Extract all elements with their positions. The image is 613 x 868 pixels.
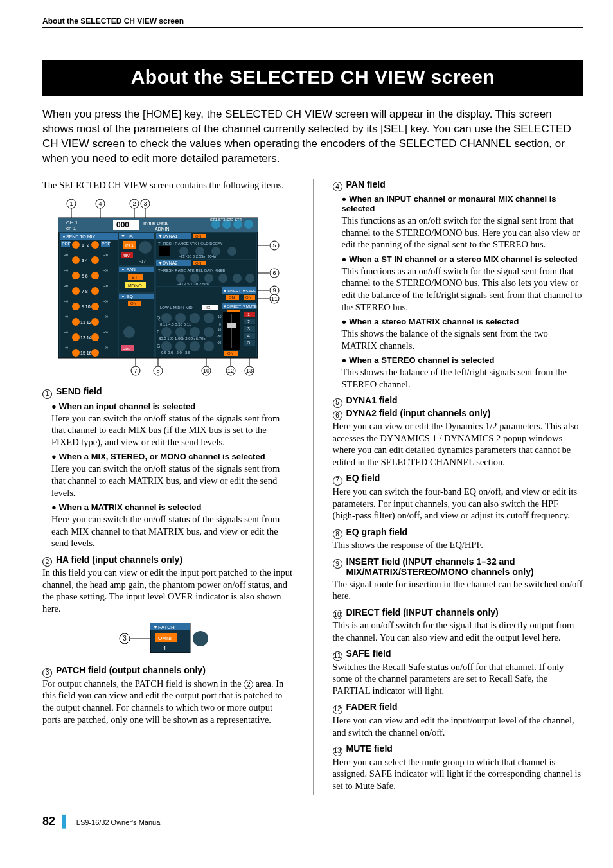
svg-text:MONO: MONO [128,283,142,288]
svg-text:-∞: -∞ [103,299,108,303]
callout-12: 12 [333,705,342,714]
svg-text:-50: -50 [217,341,221,344]
svg-text:ON: ON [130,301,136,305]
svg-text:-∞: -∞ [64,345,68,350]
svg-point-134 [161,313,172,323]
send-b2-text: Here you can switch the on/off status of… [51,463,294,499]
svg-text:Q: Q [157,315,161,321]
patch-text: For output channels, the PATCH field is … [42,678,294,725]
pan-b1-label: ●When an INPUT channel or monaural MIX c… [342,194,584,213]
intro-paragraph: When you press the [HOME] key, the SELEC… [42,107,583,166]
svg-text:80.0  190 1.00k 2.00k 6.70k: 80.0 190 1.00k 2.00k 6.70k [159,337,206,341]
page-number: 82 [42,815,55,828]
svg-text:-40  2.5:1  30 229m: -40 2.5:1 30 229m [177,282,209,286]
svg-text:▼DYNA2: ▼DYNA2 [158,261,177,265]
dyna2-text: Here you can view or edit the Dynamics 1… [333,420,584,468]
callout-5: 5 [333,398,342,408]
eq-text: Here you can switch the four-band EQ on/… [333,486,584,522]
svg-text:-30: -30 [217,334,221,338]
svg-point-113 [176,274,185,283]
svg-text:3: 3 [144,200,147,207]
svg-text:1: 1 [70,200,73,207]
svg-text:▼DIRECT ▼MUTE: ▼DIRECT ▼MUTE [223,305,257,308]
svg-text:THRESH RANGE ATK HOLD DECAY: THRESH RANGE ATK HOLD DECAY [158,242,222,245]
dyna1-field-head: 5 DYNA1 field [333,395,584,407]
svg-point-53 [91,272,99,279]
svg-point-61 [91,333,99,341]
screen-figure: 1 4 2 3 CH 1 ch 1 000 Initia [42,197,294,377]
svg-point-54 [72,287,80,295]
svg-text:-∞: -∞ [64,299,68,303]
svg-text:ON: ON [245,296,251,299]
callout-7: 7 [333,476,342,486]
svg-text:3: 3 [247,326,250,331]
svg-text:Initial Data: Initial Data [143,220,168,226]
patch-field-label: PATCH field (output channels only) [56,665,206,675]
svg-text:▼SEND   TO MIX: ▼SEND TO MIX [62,235,96,239]
eqgraph-field-head: 8 EQ graph field [333,527,584,538]
svg-point-51 [91,256,99,264]
svg-text:6: 6 [273,270,276,276]
pan-field-head: 4 PAN field [333,179,584,191]
eqgraph-field-label: EQ graph field [346,527,408,537]
svg-point-143 [175,341,186,351]
svg-text:-∞: -∞ [103,268,108,272]
callout-3: 3 [42,668,52,678]
svg-text:THRESH RATIO ATK  REL  GAIN KN: THRESH RATIO ATK REL GAIN KNEE [158,269,225,272]
svg-text:9: 9 [273,287,276,294]
insert-text: The signal route for insertion in the ch… [333,578,584,602]
svg-text:000: 000 [116,220,129,229]
svg-text:ch 1: ch 1 [66,226,76,231]
direct-field-head: 10 DIRECT field (INPUT channels only) [333,607,584,619]
svg-text:11  12: 11 12 [80,320,92,324]
svg-text:9  10: 9 10 [82,305,91,309]
svg-text:IN 1: IN 1 [125,243,134,247]
svg-point-59 [91,318,99,326]
direct-field-label: DIRECT field (INPUT channels only) [346,607,499,617]
column-divider [313,179,314,795]
svg-text:-∞: -∞ [103,314,108,319]
page-title: About the SELECTED CH VIEW screen [42,60,583,96]
svg-point-33 [91,241,99,249]
svg-text:▼ EQ: ▼ EQ [121,294,134,299]
svg-point-115 [204,274,213,283]
svg-text:3   4: 3 4 [82,258,88,263]
svg-point-141 [204,327,214,337]
svg-text:10: 10 [218,315,222,319]
svg-text:3: 3 [123,635,127,642]
svg-text:7   8: 7 8 [82,289,88,294]
svg-text:G: G [157,344,160,348]
svg-text:-17: -17 [139,259,146,263]
manual-title: LS9-16/32 Owner's Manual [76,819,162,826]
svg-point-114 [190,274,199,283]
patch-field-head: 3 PATCH field (output channels only) [42,665,294,677]
svg-text:-23   -56    0  2.33m 304m: -23 -56 0 2.33m 304m [179,254,217,258]
svg-text:1: 1 [247,312,250,317]
callout-10: 10 [333,610,342,619]
pan-b2-label: ●When a ST IN channel or a stereo MIX ch… [342,254,584,264]
svg-point-209 [193,631,208,646]
pan-b2-text: This functions as an on/off switch for t… [342,265,584,313]
svg-text:7: 7 [134,368,138,374]
svg-text:▼ PAN: ▼ PAN [121,267,136,272]
callout-9: 9 [333,559,342,569]
running-head: About the SELECTED CH VIEW screen [42,17,583,26]
send-b2-label: ●When a MIX, STEREO, or MONO channel is … [51,452,294,461]
svg-text:1: 1 [163,645,166,651]
svg-text:1: 1 [82,243,84,247]
svg-text:ADMIN: ADMIN [155,227,170,231]
footer: 82 ▌ LS9-16/32 Owner's Manual [42,815,583,828]
svg-text:-∞: -∞ [103,345,108,350]
svg-text:OMNI: OMNI [158,635,172,641]
direct-text: This is an on/off switch for the signal … [333,619,584,643]
svg-text:15  16: 15 16 [80,351,92,355]
callout-1: 1 [42,389,52,399]
right-column: 4 PAN field ●When an INPUT channel or mo… [333,179,584,795]
svg-text:ON: ON [227,351,233,355]
fader-text: Here you can view and edit the input/out… [333,714,584,738]
pan-b4-label: ●When a STEREO channel is selected [342,355,584,365]
svg-point-142 [161,341,172,351]
eqgraph-text: This shows the response of the EQ/HPF. [333,539,584,551]
svg-point-76 [139,241,152,254]
send-b3-text: Here you can switch the on/off status of… [51,513,294,549]
